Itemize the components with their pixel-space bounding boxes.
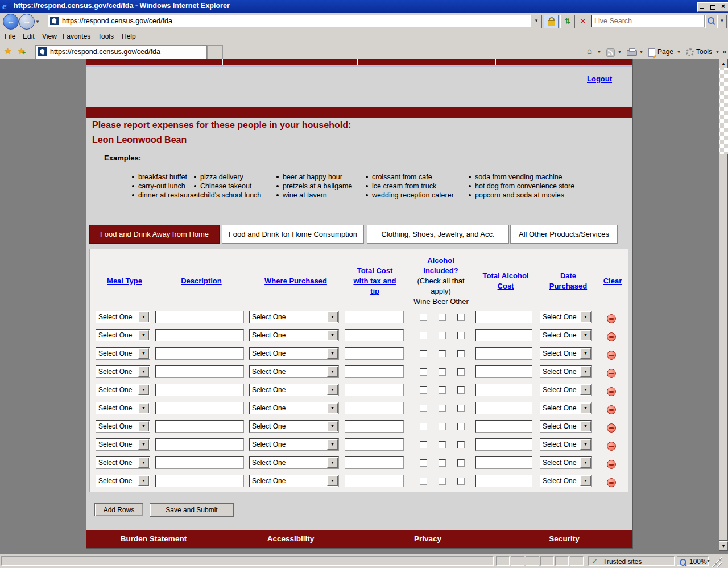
footer-accessibility-link[interactable]: Accessibility <box>267 534 315 543</box>
meal-type-select[interactable]: Select One ▼ <box>96 347 150 360</box>
wine-checkbox[interactable] <box>420 332 427 339</box>
total-alcohol-cost-input[interactable] <box>475 384 532 396</box>
chevron-down-icon[interactable]: ▼ <box>138 476 149 486</box>
gear-icon[interactable] <box>686 48 694 56</box>
stop-button[interactable]: × <box>576 15 590 28</box>
tab-food-home[interactable]: Food and Drink for Home Consumption <box>222 225 364 244</box>
total-alcohol-cost-input[interactable] <box>475 475 532 487</box>
wine-checkbox[interactable] <box>420 478 427 485</box>
where-purchased-select[interactable]: Select One ▼ <box>249 311 339 323</box>
wine-checkbox[interactable] <box>420 423 427 430</box>
total-alcohol-cost-input[interactable] <box>475 347 532 360</box>
other-checkbox[interactable] <box>457 386 465 394</box>
date-purchased-select[interactable]: Select One ▼ <box>540 456 592 469</box>
total-alcohol-cost-input[interactable] <box>475 311 532 323</box>
resize-grip[interactable] <box>711 555 722 567</box>
header-clear[interactable]: Clear <box>595 276 630 286</box>
header-description[interactable]: Description <box>167 276 235 286</box>
header-total-alcohol-cost[interactable]: Total Alcohol Cost <box>480 271 531 291</box>
chevron-down-icon[interactable]: ▼ <box>580 403 591 413</box>
description-input[interactable] <box>155 384 244 396</box>
where-purchased-select[interactable]: Select One ▼ <box>249 347 339 360</box>
chevron-down-icon[interactable]: ▼ <box>327 385 338 395</box>
favorites-star-icon[interactable]: ★ <box>4 46 11 56</box>
chevron-down-icon[interactable]: ▼ <box>327 476 338 486</box>
menu-tools[interactable]: Tools <box>98 32 114 40</box>
scroll-down-button[interactable]: ▼ <box>719 541 728 551</box>
page-dropdown-icon[interactable]: ▼ <box>677 50 681 54</box>
meal-type-select[interactable]: Select One ▼ <box>96 365 150 378</box>
meal-type-select[interactable]: Select One ▼ <box>96 329 150 341</box>
tab-other-products[interactable]: All Other Products/Services <box>510 225 618 244</box>
chevron-down-icon[interactable]: ▼ <box>327 312 338 322</box>
back-button[interactable]: ← <box>3 14 19 30</box>
remove-row-button[interactable] <box>607 423 616 433</box>
print-dropdown-icon[interactable]: ▼ <box>639 50 643 54</box>
new-tab-button[interactable] <box>207 45 223 59</box>
total-alcohol-cost-input[interactable] <box>475 420 532 433</box>
chevron-down-icon[interactable]: ▼ <box>580 421 591 431</box>
wine-checkbox[interactable] <box>420 441 427 448</box>
chevron-down-icon[interactable]: ▼ <box>138 458 149 468</box>
menu-help[interactable]: Help <box>122 32 136 40</box>
chevron-down-icon[interactable]: ▼ <box>580 312 591 322</box>
feed-dropdown-icon[interactable]: ▼ <box>618 50 622 54</box>
tools-menu[interactable]: Tools <box>696 48 712 56</box>
chevron-down-icon[interactable]: ▼ <box>138 385 149 395</box>
chevron-down-icon[interactable]: ▼ <box>580 330 591 340</box>
header-meal-type[interactable]: Meal Type <box>99 276 150 286</box>
chevron-down-icon[interactable]: ▼ <box>138 367 149 377</box>
beer-checkbox[interactable] <box>439 314 446 321</box>
search-options-dropdown[interactable]: ▼ <box>717 15 727 28</box>
total-alcohol-cost-input[interactable] <box>475 329 532 341</box>
forward-button[interactable]: → <box>19 14 35 30</box>
other-checkbox[interactable] <box>457 368 465 376</box>
vertical-scrollbar[interactable]: ▲ ▼ <box>719 59 728 551</box>
tools-dropdown-icon[interactable]: ▼ <box>715 50 719 54</box>
rss-feed-icon[interactable] <box>606 48 615 57</box>
chevron-down-icon[interactable]: ▼ <box>138 348 149 359</box>
chevron-down-icon[interactable]: ▼ <box>327 439 338 450</box>
chevron-down-icon[interactable]: ▼ <box>327 458 338 468</box>
chevron-down-icon[interactable]: ▼ <box>580 367 591 377</box>
date-purchased-select[interactable]: Select One ▼ <box>540 311 592 323</box>
home-icon[interactable]: ⌂ <box>587 47 592 55</box>
remove-row-button[interactable] <box>607 460 616 469</box>
chevron-down-icon[interactable]: ▼ <box>580 348 591 359</box>
chevron-down-icon[interactable]: ▼ <box>138 439 149 450</box>
chevron-down-icon[interactable]: ▼ <box>580 385 591 395</box>
beer-checkbox[interactable] <box>439 423 446 430</box>
wine-checkbox[interactable] <box>420 314 427 321</box>
where-purchased-select[interactable]: Select One ▼ <box>249 475 339 487</box>
where-purchased-select[interactable]: Select One ▼ <box>249 365 339 378</box>
description-input[interactable] <box>155 347 244 360</box>
refresh-button[interactable]: ⇄ <box>560 15 575 28</box>
beer-checkbox[interactable] <box>439 332 446 339</box>
header-where-purchased[interactable]: Where Purchased <box>256 276 336 286</box>
save-submit-button[interactable]: Save and Submit <box>150 503 234 517</box>
date-purchased-select[interactable]: Select One ▼ <box>540 438 592 451</box>
date-purchased-select[interactable]: Select One ▼ <box>540 475 592 487</box>
search-button[interactable] <box>705 15 718 28</box>
other-checkbox[interactable] <box>457 441 465 448</box>
other-checkbox[interactable] <box>457 478 465 485</box>
other-checkbox[interactable] <box>457 332 465 339</box>
wine-checkbox[interactable] <box>420 405 427 412</box>
beer-checkbox[interactable] <box>439 478 446 485</box>
wine-checkbox[interactable] <box>420 459 427 467</box>
chevron-down-icon[interactable]: ▼ <box>138 330 149 340</box>
tab-food-away[interactable]: Food and Drink Away from Home <box>89 225 220 244</box>
chevron-down-icon[interactable]: ▼ <box>327 403 338 413</box>
restore-button[interactable] <box>708 2 718 12</box>
description-input[interactable] <box>155 311 244 323</box>
beer-checkbox[interactable] <box>439 368 446 376</box>
date-purchased-select[interactable]: Select One ▼ <box>540 384 592 396</box>
description-input[interactable] <box>155 420 244 433</box>
beer-checkbox[interactable] <box>439 350 446 357</box>
chevron-down-icon[interactable]: ▼ <box>580 458 591 468</box>
remove-row-button[interactable] <box>607 351 616 360</box>
where-purchased-select[interactable]: Select One ▼ <box>249 420 339 433</box>
total-cost-input[interactable] <box>345 402 404 414</box>
scrollbar-thumb[interactable] <box>719 154 728 541</box>
date-purchased-select[interactable]: Select One ▼ <box>540 365 592 378</box>
